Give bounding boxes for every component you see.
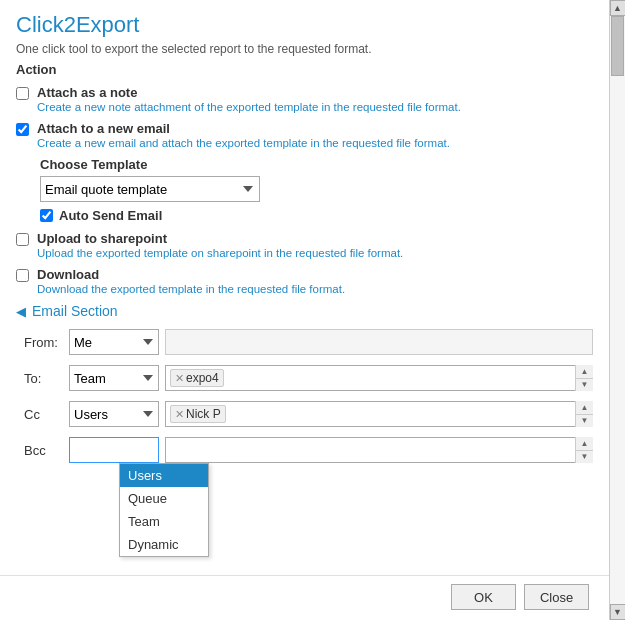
action-item-attach-note: Attach as a note Create a new note attac…: [16, 85, 593, 113]
to-input[interactable]: ✕ expo4: [165, 365, 593, 391]
bcc-select-wrapper: Users Queue Team Dynamic Users Queue Tea…: [69, 437, 159, 463]
main-content: Action Attach as a note Create a new not…: [0, 62, 609, 575]
scrollbar[interactable]: ▲ ▼: [609, 0, 625, 620]
cc-spinner-down[interactable]: ▼: [576, 415, 593, 428]
to-tag-remove-icon[interactable]: ✕: [175, 372, 184, 385]
to-tag-expo4: ✕ expo4: [170, 369, 224, 387]
cc-label: Cc: [24, 407, 69, 422]
from-input[interactable]: [165, 329, 593, 355]
bcc-dropdown-item-users[interactable]: Users: [120, 464, 208, 487]
email-section-arrow-icon: ◀: [16, 304, 26, 319]
cc-input[interactable]: ✕ Nick P: [165, 401, 593, 427]
auto-send-label: Auto Send Email: [59, 208, 162, 223]
scrollbar-thumb[interactable]: [611, 16, 624, 76]
to-label: To:: [24, 371, 69, 386]
action-item-attach-email: Attach to a new email Create a new email…: [16, 121, 593, 149]
bcc-spinner: ▲ ▼: [575, 437, 593, 463]
template-select[interactable]: Email quote template: [40, 176, 260, 202]
to-spinner-up[interactable]: ▲: [576, 365, 593, 379]
download-desc: Download the exported template in the re…: [37, 283, 345, 295]
header: Click2Export One click tool to export th…: [0, 0, 609, 62]
to-spinner: ▲ ▼: [575, 365, 593, 391]
auto-send-checkbox[interactable]: [40, 209, 53, 222]
app-subtitle: One click tool to export the selected re…: [16, 42, 593, 56]
email-section-header[interactable]: ◀ Email Section: [16, 303, 593, 319]
cc-tag-nickp: ✕ Nick P: [170, 405, 226, 423]
from-select-wrapper: Me Users Queue Team Dynamic: [69, 329, 159, 355]
sharepoint-desc: Upload the exported template on sharepoi…: [37, 247, 403, 259]
bcc-label: Bcc: [24, 443, 69, 458]
from-input-wrapper: [165, 329, 593, 355]
from-label: From:: [24, 335, 69, 350]
sharepoint-checkbox[interactable]: [16, 233, 29, 246]
cc-tag-value: Nick P: [186, 407, 221, 421]
scrollbar-down-btn[interactable]: ▼: [610, 604, 626, 620]
bcc-field-row: Bcc Users Queue Team Dynamic Users Queue…: [24, 437, 593, 463]
cc-select-wrapper: Me Users Queue Team Dynamic: [69, 401, 159, 427]
email-fields: From: Me Users Queue Team Dynamic To:: [16, 329, 593, 463]
action-item-download: Download Download the exported template …: [16, 267, 593, 295]
to-select-wrapper: Me Users Queue Team Dynamic: [69, 365, 159, 391]
app-title: Click2Export: [16, 12, 593, 38]
template-select-row: Email quote template: [40, 176, 593, 202]
download-title: Download: [37, 267, 345, 282]
attach-email-desc: Create a new email and attach the export…: [37, 137, 450, 149]
download-checkbox[interactable]: [16, 269, 29, 282]
action-section-label: Action: [16, 62, 593, 77]
scrollbar-track: [610, 16, 625, 604]
auto-send-row: Auto Send Email: [40, 208, 593, 223]
cc-select[interactable]: Me Users Queue Team Dynamic: [69, 401, 159, 427]
bcc-input[interactable]: [165, 437, 593, 463]
bcc-dropdown-item-team[interactable]: Team: [120, 510, 208, 533]
bcc-dropdown-item-queue[interactable]: Queue: [120, 487, 208, 510]
from-field-row: From: Me Users Queue Team Dynamic: [24, 329, 593, 355]
to-spinner-down[interactable]: ▼: [576, 379, 593, 392]
to-select[interactable]: Me Users Queue Team Dynamic: [69, 365, 159, 391]
email-section-title: Email Section: [32, 303, 118, 319]
attach-email-checkbox[interactable]: [16, 123, 29, 136]
close-button[interactable]: Close: [524, 584, 589, 610]
attach-note-title: Attach as a note: [37, 85, 461, 100]
attach-email-title: Attach to a new email: [37, 121, 450, 136]
bcc-select[interactable]: Users Queue Team Dynamic: [69, 437, 159, 463]
choose-template-label: Choose Template: [40, 157, 593, 172]
scrollbar-up-btn[interactable]: ▲: [610, 0, 626, 16]
bcc-dropdown-item-dynamic[interactable]: Dynamic: [120, 533, 208, 556]
sharepoint-title: Upload to sharepoint: [37, 231, 403, 246]
bcc-spinner-down[interactable]: ▼: [576, 451, 593, 464]
attach-note-desc: Create a new note attachment of the expo…: [37, 101, 461, 113]
attach-note-checkbox[interactable]: [16, 87, 29, 100]
cc-spinner: ▲ ▼: [575, 401, 593, 427]
ok-button[interactable]: OK: [451, 584, 516, 610]
bcc-dropdown-list: Users Queue Team Dynamic: [119, 463, 209, 557]
from-select[interactable]: Me Users Queue Team Dynamic: [69, 329, 159, 355]
cc-spinner-up[interactable]: ▲: [576, 401, 593, 415]
cc-input-wrapper: ✕ Nick P ▲ ▼: [165, 401, 593, 427]
action-item-sharepoint: Upload to sharepoint Upload the exported…: [16, 231, 593, 259]
bcc-input-wrapper: ▲ ▼: [165, 437, 593, 463]
to-field-row: To: Me Users Queue Team Dynamic ✕ expo4: [24, 365, 593, 391]
cc-field-row: Cc Me Users Queue Team Dynamic ✕ Nick P: [24, 401, 593, 427]
footer: OK Close: [0, 575, 609, 620]
bcc-spinner-up[interactable]: ▲: [576, 437, 593, 451]
cc-tag-remove-icon[interactable]: ✕: [175, 408, 184, 421]
to-input-wrapper: ✕ expo4 ▲ ▼: [165, 365, 593, 391]
to-tag-value: expo4: [186, 371, 219, 385]
